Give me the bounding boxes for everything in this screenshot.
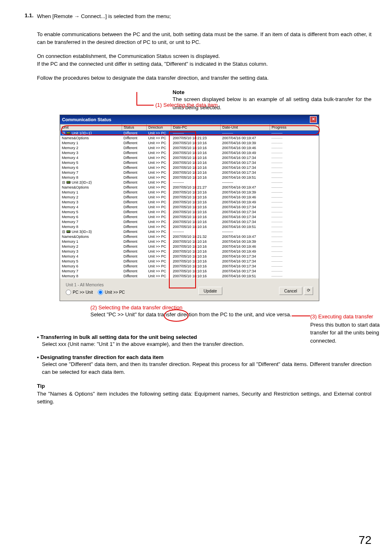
table-cell: Different [122, 150, 147, 155]
table-cell: Different [122, 131, 147, 136]
table-cell: 2007/05/10 18:10:16 [171, 195, 221, 200]
table-row[interactable]: Memory 5DifferentUnit >> PC2007/05/10 18… [60, 259, 319, 264]
table-cell: --------- [270, 150, 319, 155]
table-cell: --------- [270, 155, 319, 160]
table-row[interactable]: Memory 3DifferentUnit >> PC2007/05/10 18… [60, 249, 319, 254]
table-cell: Memory 6 [60, 165, 122, 170]
bullet-2-body: Select one "Different" data item, and th… [42, 360, 371, 376]
update-button[interactable]: Update [198, 287, 222, 295]
table-cell: Different [122, 185, 147, 190]
table-cell: Unit >> PC [147, 155, 171, 160]
table-cell: Different [122, 140, 147, 145]
table-cell: 2007/05/10 18:10:16 [171, 200, 221, 205]
lead-line: When [Remote → Connect...] is selected f… [37, 12, 171, 21]
col-date-unit[interactable]: Date-Unit [221, 124, 270, 131]
table-cell: Different [122, 214, 147, 219]
table-row[interactable]: Memory 6DifferentUnit >> PC2007/05/10 18… [60, 264, 319, 269]
table-cell: 2007/04/16 00:19:51 [221, 274, 270, 279]
table-cell: Unit >> PC [147, 145, 171, 150]
col-progress[interactable]: Progress [270, 124, 319, 131]
table-cell: Different [122, 239, 147, 244]
table-cell: Unit >> PC [147, 200, 171, 205]
table-row[interactable]: Memory 8DifferentUnit >> PC2007/05/10 18… [60, 274, 319, 279]
table-row[interactable]: Memory 2DifferentUnit >> PC2007/05/10 18… [60, 244, 319, 249]
table-cell: Different [122, 244, 147, 249]
table-cell: 2007/05/10 18:10:16 [171, 160, 221, 165]
table-row[interactable]: Memory 1DifferentUnit >> PC2007/05/10 18… [60, 140, 319, 145]
table-cell: Unit >> PC [147, 239, 171, 244]
table-cell: --------- [270, 140, 319, 145]
table-row[interactable]: Memory 3DifferentUnit >> PC2007/05/10 18… [60, 200, 319, 205]
table-row[interactable]: Memory 2DifferentUnit >> PC2007/05/10 18… [60, 145, 319, 150]
radio-pc-to-unit[interactable]: PC >> Unit [66, 290, 93, 295]
radio-unit-to-pc-input[interactable] [98, 290, 103, 295]
table-cell: Different [122, 269, 147, 274]
table-cell: Memory 3 [60, 249, 122, 254]
table-cell: 2007/05/10 18:10:16 [171, 155, 221, 160]
table-row[interactable]: ⊟ 📟 Unit 2(ID=2)DifferentUnit >> PC-----… [60, 180, 319, 185]
table-cell: --------- [270, 136, 319, 140]
refresh-icon[interactable]: ⟳ [304, 287, 313, 295]
table-cell: Unit >> PC [147, 210, 171, 214]
radio-pc-to-unit-input[interactable] [66, 290, 71, 295]
table-cell: --------- [270, 254, 319, 259]
table-cell: --------- [270, 219, 319, 224]
tip-block: Tip The "Names & Options" item includes … [37, 383, 371, 406]
table-row[interactable]: Memory 2DifferentUnit >> PC2007/05/10 18… [60, 195, 319, 200]
bullet-2: Designating transfer direction for each … [37, 354, 371, 376]
col-direction[interactable]: Direction [147, 124, 171, 131]
table-row[interactable]: Memory 1DifferentUnit >> PC2007/05/10 18… [60, 190, 319, 195]
table-row[interactable]: Memory 7DifferentUnit >> PC2007/05/10 18… [60, 219, 319, 224]
table-cell: Different [122, 259, 147, 264]
table-row[interactable]: ⊟ 📟 Unit 1(ID=1)DifferentUnit >> PC-----… [60, 131, 319, 136]
table-row[interactable]: Memory 5DifferentUnit >> PC2007/05/10 18… [60, 210, 319, 214]
radio-unit-to-pc[interactable]: Unit >> PC [98, 290, 125, 295]
table-cell: Memory 7 [60, 170, 122, 175]
table-cell: Unit >> PC [147, 180, 171, 185]
table-row[interactable]: Memory 3DifferentUnit >> PC2007/05/10 18… [60, 150, 319, 155]
table-cell: 2007/04/16 00:19:49 [221, 200, 270, 205]
table-row[interactable]: Memory 4DifferentUnit >> PC2007/05/10 18… [60, 254, 319, 259]
cancel-button[interactable]: Cancel [279, 287, 302, 295]
table-cell: ⊟ 📟 Unit 1(ID=1) [60, 131, 122, 136]
table-row[interactable]: Memory 8DifferentUnit >> PC2007/05/10 18… [60, 224, 319, 229]
table-cell: 2007/04/16 00:19:51 [221, 175, 270, 180]
status-grid[interactable]: Unit Status Direction Date-PC Date-Unit … [60, 124, 319, 279]
table-cell: Different [122, 190, 147, 195]
intro-p3: If the PC and the connected unit differ … [37, 60, 371, 68]
table-cell: Memory 1 [60, 239, 122, 244]
table-row[interactable]: Names&OptionsDifferentUnit >> PC2007/05/… [60, 234, 319, 239]
table-row[interactable]: Memory 4DifferentUnit >> PC2007/05/10 18… [60, 205, 319, 210]
col-unit[interactable]: Unit [60, 124, 122, 131]
col-status[interactable]: Status [122, 124, 147, 131]
table-row[interactable]: Memory 1DifferentUnit >> PC2007/05/10 18… [60, 239, 319, 244]
table-row[interactable]: Memory 4DifferentUnit >> PC2007/05/10 18… [60, 155, 319, 160]
table-cell: Memory 5 [60, 259, 122, 264]
table-cell: Memory 7 [60, 219, 122, 224]
table-cell: Different [122, 180, 147, 185]
table-row[interactable]: Names&OptionsDifferentUnit >> PC2007/05/… [60, 136, 319, 140]
table-cell: --------- [270, 214, 319, 219]
callout-3-desc: Press this button to start data transfer… [310, 321, 388, 345]
table-cell: Different [122, 210, 147, 214]
table-cell: --------- [270, 185, 319, 190]
bullet-2-head: Designating transfer direction for each … [37, 354, 371, 360]
col-date-pc[interactable]: Date-PC [171, 124, 221, 131]
table-row[interactable]: ⊟ 📟 Unit 3(ID=3)DifferentUnit >> PC-----… [60, 229, 319, 234]
table-row[interactable]: Memory 6DifferentUnit >> PC2007/05/10 18… [60, 165, 319, 170]
close-icon[interactable]: ✕ [310, 116, 317, 123]
table-cell: --------- [171, 229, 221, 234]
table-cell: 2007/04/16 00:19:49 [221, 150, 270, 155]
table-row[interactable]: Memory 6DifferentUnit >> PC2007/05/10 18… [60, 214, 319, 219]
table-row[interactable]: Memory 8DifferentUnit >> PC2007/05/10 18… [60, 175, 319, 180]
tip-head: Tip [37, 383, 371, 389]
table-row[interactable]: Memory 7DifferentUnit >> PC2007/05/10 18… [60, 170, 319, 175]
table-cell: Unit >> PC [147, 219, 171, 224]
table-cell: Memory 5 [60, 160, 122, 165]
table-cell: 2007/05/10 18:10:16 [171, 239, 221, 244]
table-cell: Unit >> PC [147, 229, 171, 234]
table-cell: Names&Options [60, 185, 122, 190]
table-row[interactable]: Memory 5DifferentUnit >> PC2007/05/10 18… [60, 160, 319, 165]
table-row[interactable]: Names&OptionsDifferentUnit >> PC2007/05/… [60, 185, 319, 190]
table-row[interactable]: Memory 7DifferentUnit >> PC2007/05/10 18… [60, 269, 319, 274]
